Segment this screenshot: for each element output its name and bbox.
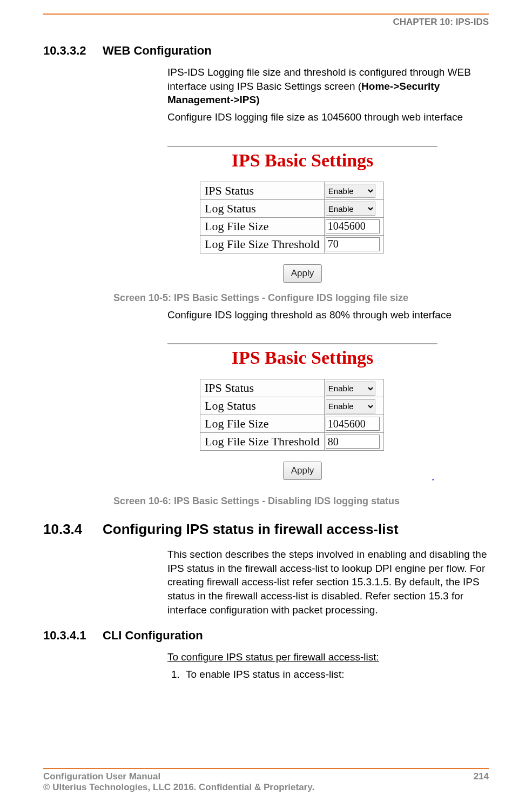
section-title: WEB Configuration xyxy=(103,44,212,57)
label-ips-status: IPS Status xyxy=(200,182,325,199)
cell-log-file-threshold xyxy=(324,433,383,451)
ordered-list: To enable IPS status in access-list: xyxy=(167,667,489,682)
log-file-threshold-input[interactable] xyxy=(326,435,380,449)
section-heading-10-3-3-2: 10.3.3.2WEB Configuration xyxy=(43,44,489,58)
footer-manual-title: Configuration User Manual xyxy=(43,771,160,782)
log-status-select[interactable]: Enable xyxy=(326,202,375,216)
figure-caption-10-5: Screen 10-5: IPS Basic Settings - Config… xyxy=(113,292,489,304)
section-heading-10-3-4: 10.3.4Configuring IPS status in firewall… xyxy=(43,521,489,538)
chapter-header: CHAPTER 10: IPS-IDS xyxy=(43,17,489,28)
cell-log-status: Enable xyxy=(324,397,383,415)
table-row: Log Status Enable xyxy=(200,397,384,415)
cell-ips-status: Enable xyxy=(324,379,383,397)
apply-button[interactable]: Apply xyxy=(283,462,322,480)
log-file-size-input[interactable] xyxy=(326,417,380,431)
paragraph: Configure IDS logging file size as 10456… xyxy=(167,110,489,124)
figure-ips-basic-settings-2: IPS Basic Settings IPS Status Enable Log… xyxy=(167,343,489,486)
paragraph: This section describes the steps involve… xyxy=(167,547,489,617)
cell-log-status: Enable xyxy=(324,199,383,217)
section-number: 10.3.4.1 xyxy=(43,629,103,643)
label-log-file-size: Log File Size xyxy=(200,415,325,433)
table-row: Log File Size xyxy=(200,415,384,433)
paragraph: IPS-IDS Logging file size and threshold … xyxy=(167,65,489,107)
label-log-file-threshold: Log File Size Threshold xyxy=(200,433,325,451)
header-rule xyxy=(43,14,489,15)
settings-table: IPS Status Enable Log Status Enable Log … xyxy=(200,182,384,253)
label-log-file-size: Log File Size xyxy=(200,217,325,235)
cell-log-file-size xyxy=(324,217,383,235)
label-log-status: Log Status xyxy=(200,397,325,415)
figure-ips-basic-settings-1: IPS Basic Settings IPS Status Enable Log… xyxy=(167,146,489,283)
label-ips-status: IPS Status xyxy=(200,379,325,397)
figure-caption-10-6: Screen 10-6: IPS Basic Settings - Disabl… xyxy=(113,496,489,507)
body-text: This section describes the steps involve… xyxy=(167,547,489,617)
log-file-size-input[interactable] xyxy=(326,219,380,233)
body-text: To configure IPS status per firewall acc… xyxy=(167,650,489,664)
body-text: IPS-IDS Logging file size and threshold … xyxy=(167,65,489,124)
figure-title: IPS Basic Settings xyxy=(167,150,437,171)
log-file-threshold-input[interactable] xyxy=(326,237,380,251)
table-row: IPS Status Enable xyxy=(200,182,384,199)
table-row: IPS Status Enable xyxy=(200,379,384,397)
label-log-status: Log Status xyxy=(200,199,325,217)
cell-log-file-size xyxy=(324,415,383,433)
cell-log-file-threshold xyxy=(324,235,383,253)
cursor-dot-icon: • xyxy=(432,477,532,483)
table-row: Log Status Enable xyxy=(200,199,384,217)
page-footer: Configuration User Manual 214 © Ulterius… xyxy=(43,768,489,793)
figure-title: IPS Basic Settings xyxy=(167,348,437,368)
apply-button[interactable]: Apply xyxy=(283,264,322,283)
table-row: Log File Size Threshold xyxy=(200,235,384,253)
cell-ips-status: Enable xyxy=(324,182,383,199)
section-heading-10-3-4-1: 10.3.4.1CLI Configuration xyxy=(43,629,489,643)
apply-row: Apply xyxy=(167,264,437,283)
page-number: 214 xyxy=(474,771,489,782)
ips-status-select[interactable]: Enable xyxy=(326,382,375,396)
footer-rule xyxy=(43,768,489,769)
body-text: Configure IDS logging threshold as 80% t… xyxy=(167,308,489,322)
settings-table: IPS Status Enable Log Status Enable Log … xyxy=(200,379,384,451)
section-title: Configuring IPS status in firewall acces… xyxy=(103,521,399,537)
ips-status-select[interactable]: Enable xyxy=(326,184,375,198)
figure-rule xyxy=(167,146,437,147)
section-title: CLI Configuration xyxy=(103,629,203,642)
section-number: 10.3.4 xyxy=(43,521,103,538)
paragraph: Configure IDS logging threshold as 80% t… xyxy=(167,308,489,322)
figure-rule xyxy=(167,343,437,344)
label-log-file-threshold: Log File Size Threshold xyxy=(200,235,325,253)
list-item: To enable IPS status in access-list: xyxy=(183,667,489,682)
log-status-select[interactable]: Enable xyxy=(326,399,375,413)
footer-copyright: © Ulterius Technologies, LLC 2016. Confi… xyxy=(43,782,489,793)
table-row: Log File Size xyxy=(200,217,384,235)
apply-row: Apply xyxy=(167,462,437,480)
procedure-title: To configure IPS status per firewall acc… xyxy=(167,650,489,664)
table-row: Log File Size Threshold xyxy=(200,433,384,451)
section-number: 10.3.3.2 xyxy=(43,44,103,58)
